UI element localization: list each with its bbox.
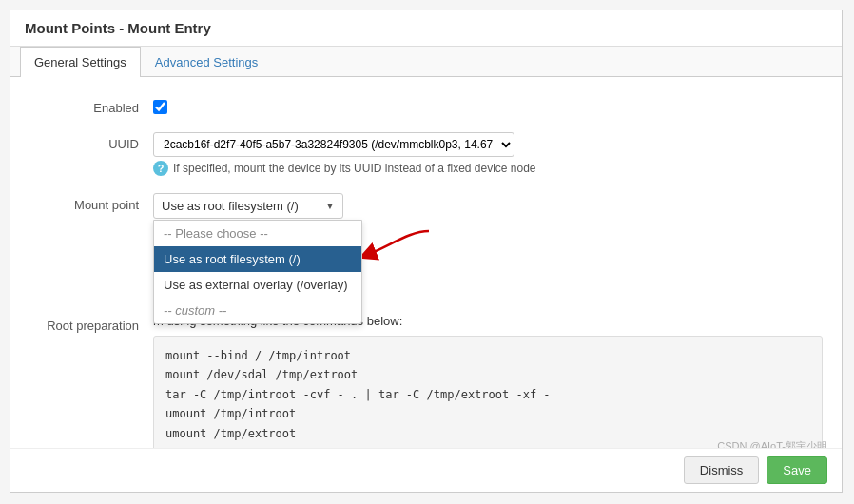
uuid-row-inner: 2cacb16f-d2f7-40f5-a5b7-3a32824f9305 (/d… — [153, 132, 823, 157]
mount-point-selected-text: Use as root filesystem (/) — [162, 199, 299, 213]
code-line-4: umount /tmp/introot — [165, 404, 810, 423]
save-button[interactable]: Save — [767, 456, 827, 484]
mount-point-row: Mount point Use as root filesystem (/) -… — [29, 193, 823, 219]
dropdown-item-custom[interactable]: -- custom -- — [154, 298, 361, 323]
uuid-label: UUID — [29, 132, 153, 151]
tab-advanced[interactable]: Advanced Settings — [141, 47, 272, 77]
mount-point-area: Use as root filesystem (/) -- Please cho… — [153, 193, 823, 219]
code-line-5: umount /tmp/extroot — [165, 424, 810, 443]
enabled-checkbox-wrap — [153, 96, 823, 114]
code-line-3: tar -C /tmp/introot -cvf - . | tar -C /t… — [165, 385, 810, 404]
tab-bar: General Settings Advanced Settings — [10, 47, 842, 77]
uuid-row: UUID 2cacb16f-d2f7-40f5-a5b7-3a32824f930… — [29, 132, 823, 176]
footer-bar: Dismiss Save — [10, 448, 842, 492]
mount-point-select[interactable]: Use as root filesystem (/) — [153, 193, 343, 219]
dialog-title: Mount Points - Mount Entry — [10, 10, 842, 47]
uuid-control: 2cacb16f-d2f7-40f5-a5b7-3a32824f9305 (/d… — [153, 132, 823, 176]
dropdown-item-root-fs[interactable]: Use as root filesystem (/) — [154, 246, 361, 272]
dialog-container: Mount Points - Mount Entry General Setti… — [10, 10, 843, 493]
root-preparation-row: Root preparation m using something like … — [29, 314, 823, 454]
root-preparation-label: Root preparation — [29, 314, 153, 333]
form-content: Enabled UUID 2cacb16f-d2f7-40f5-a5b7-3a3… — [10, 77, 842, 490]
arrow-indicator — [362, 226, 438, 274]
enabled-checkbox[interactable] — [153, 100, 167, 114]
uuid-help-icon: ? — [153, 161, 168, 176]
tab-general[interactable]: General Settings — [20, 47, 141, 77]
dropdown-item-external-overlay[interactable]: Use as external overlay (/overlay) — [154, 272, 361, 298]
code-line-2: mount /dev/sdal /tmp/extroot — [165, 365, 810, 384]
mount-point-label: Mount point — [29, 193, 153, 212]
enabled-control — [153, 96, 823, 114]
code-block: mount --bind / /tmp/introot mount /dev/s… — [153, 336, 823, 454]
uuid-select[interactable]: 2cacb16f-d2f7-40f5-a5b7-3a32824f9305 (/d… — [153, 132, 514, 157]
dismiss-button[interactable]: Dismiss — [684, 456, 760, 484]
mount-point-dropdown: -- Please choose -- Use as root filesyst… — [153, 220, 362, 324]
code-line-1: mount --bind / /tmp/introot — [165, 346, 810, 365]
uuid-help-text: ? If specified, mount the device by its … — [153, 161, 823, 176]
enabled-row: Enabled — [29, 96, 823, 115]
uuid-help-desc: If specified, mount the device by its UU… — [173, 162, 536, 175]
mount-point-control: Use as root filesystem (/) -- Please cho… — [153, 193, 823, 219]
enabled-label: Enabled — [29, 96, 153, 115]
dropdown-item-please-choose[interactable]: -- Please choose -- — [154, 221, 361, 246]
root-preparation-control: m using something like the commands belo… — [153, 314, 823, 454]
